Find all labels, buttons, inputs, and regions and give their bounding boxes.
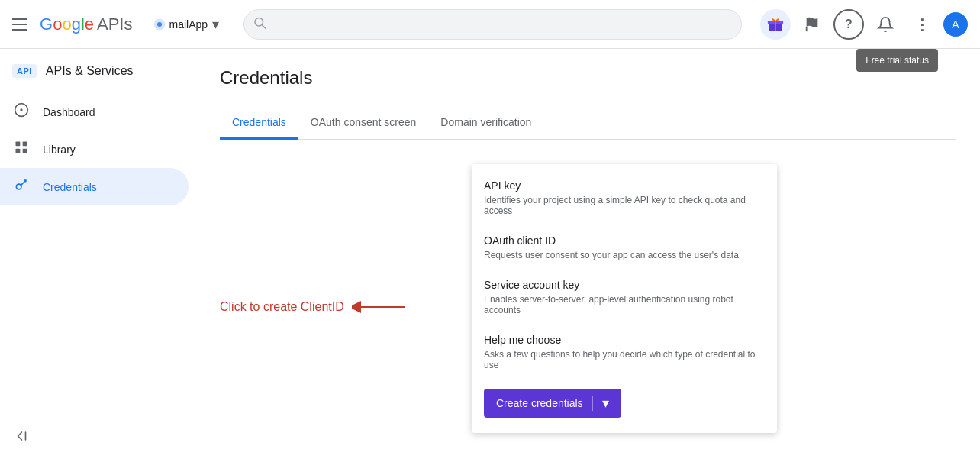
project-selector[interactable]: mailApp ▾ — [147, 13, 225, 36]
tabs: Credentials OAuth consent screen Domain … — [220, 107, 956, 140]
svg-rect-9 — [16, 142, 21, 147]
google-g2: g — [72, 15, 81, 34]
svg-line-3 — [262, 24, 265, 27]
google-o2: o — [62, 15, 71, 34]
svg-rect-12 — [23, 149, 27, 153]
help-desc: Asks a few questions to help you decide … — [484, 349, 765, 370]
annotation: Click to create ClientID — [220, 298, 413, 316]
google-apis-logo: Google APIs — [40, 15, 132, 34]
sidebar-item-library[interactable]: Library — [0, 131, 189, 168]
dropdown-footer: Create credentials ▾ — [472, 380, 777, 427]
sidebar-title: APIs & Services — [46, 64, 134, 78]
dashboard-label: Dashboard — [43, 106, 95, 118]
flag-icon-button[interactable] — [797, 9, 827, 40]
credentials-icon — [12, 177, 31, 196]
google-g: G — [40, 15, 53, 34]
avatar[interactable]: A — [943, 12, 968, 37]
menu-icon[interactable] — [12, 15, 31, 34]
annotation-arrow — [352, 298, 413, 316]
svg-point-8 — [20, 108, 22, 111]
main-layout: API APIs & Services Dashboard Library — [0, 49, 980, 462]
svg-rect-11 — [16, 149, 21, 153]
create-credentials-label: Create credentials — [496, 397, 583, 409]
help-title: Help me choose — [484, 334, 765, 346]
topbar-left: Google APIs mailApp ▾ — [12, 13, 225, 36]
api-key-title: API key — [484, 179, 765, 192]
help-icon-button[interactable]: ? — [833, 9, 864, 40]
service-account-title: Service account key — [484, 279, 765, 291]
svg-point-1 — [157, 22, 162, 27]
create-credentials-button[interactable]: Create credentials ▾ — [484, 389, 621, 418]
project-name: mailApp — [169, 18, 208, 31]
search-icon — [253, 15, 266, 33]
oauth-client-id-title: OAuth client ID — [484, 234, 765, 247]
service-account-desc: Enables server-to-server, app-level auth… — [484, 294, 765, 315]
sidebar-item-credentials[interactable]: Credentials — [0, 168, 189, 205]
google-e: e — [85, 15, 94, 34]
search-bar — [243, 9, 742, 40]
api-badge: API — [12, 64, 37, 78]
dashboard-icon — [12, 102, 31, 121]
more-icon-button[interactable]: ⋮ — [907, 9, 937, 40]
project-dropdown-icon[interactable]: ▾ — [212, 16, 219, 33]
dropdown-item-oauth-client-id[interactable]: OAuth client ID Requests user consent so… — [472, 225, 777, 270]
sidebar: API APIs & Services Dashboard Library — [0, 49, 195, 462]
content-area: Credentials Credentials OAuth consent sc… — [195, 49, 980, 462]
free-trial-tooltip: Free trial status — [856, 49, 938, 72]
sidebar-nav: Dashboard Library Credentials — [0, 93, 195, 205]
api-key-desc: Identifies your project using a simple A… — [484, 195, 765, 216]
gift-icon-button[interactable] — [760, 9, 791, 40]
btn-divider — [592, 396, 593, 411]
bell-icon-button[interactable] — [870, 9, 901, 40]
dropdown-item-help[interactable]: Help me choose Asks a few questions to h… — [472, 325, 777, 380]
search-input[interactable] — [243, 9, 742, 40]
tab-credentials[interactable]: Credentials — [220, 107, 298, 140]
tab-domain[interactable]: Domain verification — [428, 107, 543, 140]
library-icon — [12, 140, 31, 159]
create-credentials-dropdown-arrow[interactable]: ▾ — [602, 395, 609, 412]
dropdown-item-service-account[interactable]: Service account key Enables server-to-se… — [472, 270, 777, 325]
page-title: Credentials — [220, 67, 956, 89]
topbar: Google APIs mailApp ▾ ? — [0, 0, 980, 49]
dropdown-item-api-key[interactable]: API key Identifies your project using a … — [472, 170, 777, 225]
google-o1: o — [53, 15, 62, 34]
sidebar-header: API APIs & Services — [0, 55, 195, 87]
annotation-text: Click to create ClientID — [220, 300, 344, 314]
topbar-right: ? ⋮ A — [760, 9, 968, 40]
sidebar-collapse-button[interactable] — [12, 428, 27, 447]
credentials-label: Credentials — [43, 181, 97, 193]
sidebar-item-dashboard[interactable]: Dashboard — [0, 93, 189, 131]
svg-rect-10 — [23, 142, 27, 147]
oauth-client-id-desc: Requests user consent so your app can ac… — [484, 250, 765, 260]
dropdown-menu: API key Identifies your project using a … — [472, 164, 777, 433]
project-icon — [153, 18, 166, 31]
apis-text: APIs — [97, 15, 132, 34]
library-label: Library — [43, 144, 76, 156]
tab-oauth[interactable]: OAuth consent screen — [298, 107, 429, 140]
